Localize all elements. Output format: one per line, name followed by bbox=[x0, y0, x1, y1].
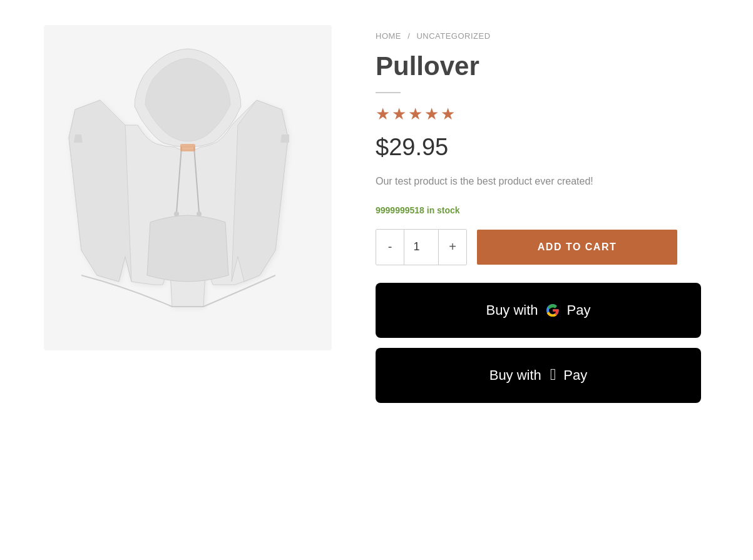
page-container: HOME / UNCATEGORIZED Pullover ★ ★ ★ ★ ★ … bbox=[0, 0, 753, 438]
google-g-logo bbox=[546, 303, 560, 317]
cart-row: - + ADD TO CART bbox=[376, 229, 715, 265]
quantity-control: - + bbox=[376, 229, 467, 265]
title-divider bbox=[376, 92, 401, 93]
quantity-decrement-button[interactable]: - bbox=[376, 230, 404, 265]
quantity-input[interactable] bbox=[404, 230, 439, 265]
product-price: $29.95 bbox=[376, 134, 715, 161]
google-pay-button[interactable]: Buy with Pay bbox=[376, 283, 701, 338]
breadcrumb-separator: / bbox=[407, 31, 410, 41]
product-image bbox=[44, 25, 332, 350]
apple-icon:  bbox=[550, 365, 556, 384]
breadcrumb-category[interactable]: UNCATEGORIZED bbox=[416, 31, 490, 41]
gpay-label-text: Pay bbox=[567, 302, 591, 318]
applepay-label-text: Pay bbox=[563, 367, 587, 384]
star-5: ★ bbox=[441, 104, 455, 124]
product-description: Our test product is the best product eve… bbox=[376, 173, 715, 190]
breadcrumb-home[interactable]: HOME bbox=[376, 31, 401, 41]
star-rating: ★ ★ ★ ★ ★ bbox=[376, 104, 715, 124]
quantity-increment-button[interactable]: + bbox=[439, 230, 466, 265]
stock-status: 9999999518 in stock bbox=[376, 205, 715, 215]
product-image-column bbox=[38, 25, 338, 350]
star-1: ★ bbox=[376, 104, 390, 124]
apple-pay-button[interactable]: Buy with  Pay bbox=[376, 348, 701, 403]
star-4: ★ bbox=[424, 104, 439, 124]
applepay-prefix-text: Buy with bbox=[489, 367, 541, 384]
breadcrumb: HOME / UNCATEGORIZED bbox=[376, 31, 715, 41]
star-3: ★ bbox=[408, 104, 423, 124]
product-image-svg bbox=[63, 38, 313, 338]
gpay-prefix-text: Buy with bbox=[486, 302, 538, 318]
product-details-column: HOME / UNCATEGORIZED Pullover ★ ★ ★ ★ ★ … bbox=[376, 25, 715, 413]
product-title: Pullover bbox=[376, 52, 715, 81]
svg-rect-4 bbox=[180, 144, 195, 151]
star-2: ★ bbox=[392, 104, 406, 124]
add-to-cart-button[interactable]: ADD TO CART bbox=[477, 230, 677, 265]
